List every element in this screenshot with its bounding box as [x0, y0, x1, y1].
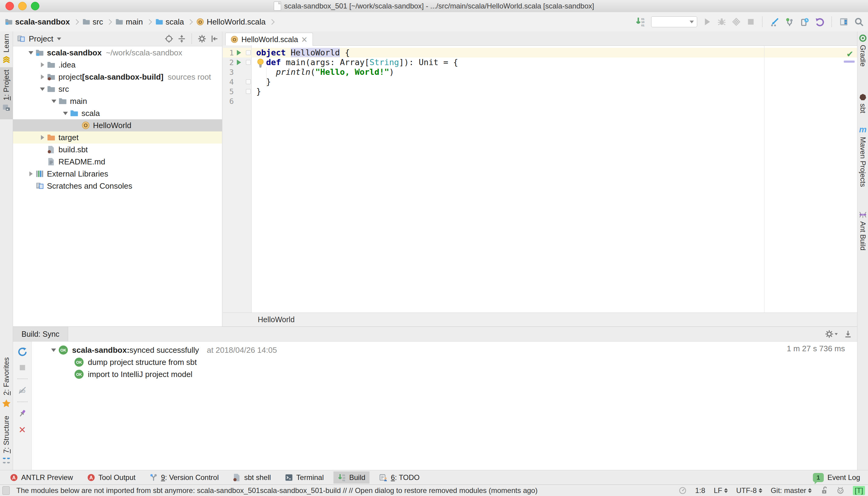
- hide-panel-down-icon[interactable]: [844, 330, 852, 338]
- gear-icon[interactable]: [198, 34, 206, 43]
- tree-expanded-icon[interactable]: [51, 99, 56, 103]
- project-structure-button[interactable]: [839, 17, 849, 27]
- tree-row-build-sbt[interactable]: build.sbt: [13, 143, 222, 156]
- breadcrumb-file[interactable]: HelloWorld.scala: [196, 17, 266, 27]
- run-configurations-select[interactable]: [651, 16, 697, 27]
- tree-collapsed-icon[interactable]: [41, 135, 44, 140]
- toolwindow-project-active[interactable]: 1: Project: [0, 67, 13, 119]
- close-icon[interactable]: ×: [301, 35, 308, 44]
- search-everywhere-icon[interactable]: [854, 17, 864, 27]
- vcs-commit-button[interactable]: [785, 17, 794, 27]
- encoding-select[interactable]: UTF-8: [736, 486, 762, 495]
- tree-expanded-icon[interactable]: [63, 112, 68, 115]
- fold-marker-icon[interactable]: [246, 60, 251, 65]
- hide-panel-icon[interactable]: [211, 34, 219, 43]
- tree-expanded-icon[interactable]: [51, 348, 56, 352]
- toolwindow-build[interactable]: Build: [334, 471, 370, 484]
- tree-row-external-libraries[interactable]: External Libraries: [13, 168, 222, 180]
- toolwindow-todo[interactable]: 6: TODO: [375, 471, 424, 484]
- tree-row-project-build[interactable]: project [scala-sandbox-build]sources roo…: [13, 71, 222, 83]
- tree-row-scratches[interactable]: Scratches and Consoles: [13, 180, 222, 192]
- tree-collapsed-icon[interactable]: [41, 75, 44, 79]
- minimize-window-button[interactable]: [18, 2, 27, 10]
- chevron-down-icon[interactable]: [57, 37, 61, 40]
- git-branch-select[interactable]: Git: master: [771, 486, 812, 495]
- sbt-icon[interactable]: [859, 93, 867, 101]
- event-log-button[interactable]: 1 Event Log: [813, 473, 868, 482]
- toolwindow-gradle[interactable]: Gradle: [858, 45, 867, 67]
- toolwindow-maven[interactable]: Maven Projects: [858, 137, 867, 187]
- run-arrow-icon[interactable]: [237, 60, 241, 65]
- toolwindow-sbt[interactable]: sbt: [858, 104, 867, 113]
- coverage-button[interactable]: [732, 17, 741, 26]
- inspections-ok-icon[interactable]: ✔: [847, 49, 853, 59]
- toolwindow-tool-output[interactable]: Tool Output: [83, 471, 140, 484]
- tree-row-target[interactable]: target: [13, 131, 222, 143]
- tree-row-main[interactable]: main: [13, 95, 222, 107]
- vcs-update-button[interactable]: [770, 17, 779, 27]
- close-window-button[interactable]: [5, 2, 14, 10]
- structure-icon[interactable]: [2, 457, 11, 465]
- run-arrow-icon[interactable]: [237, 50, 241, 56]
- maven-icon[interactable]: m: [859, 125, 867, 135]
- toolwindow-structure[interactable]: 7: Structure: [2, 416, 11, 453]
- tree-row-readme[interactable]: README.md: [13, 156, 222, 168]
- project-panel-title[interactable]: Project: [29, 34, 53, 44]
- toolwindow-ant[interactable]: Ant Build: [858, 221, 867, 250]
- code-editor[interactable]: 1 2 3 4 5 6 object HelloWorld { def main…: [223, 45, 857, 312]
- toolwindow-favorites[interactable]: 2: Favorites: [2, 357, 11, 395]
- filter-messages-icon[interactable]: [18, 386, 27, 395]
- run-button[interactable]: [703, 17, 712, 26]
- caret-position[interactable]: 1:8: [695, 486, 705, 495]
- unlock-icon[interactable]: [820, 486, 828, 495]
- memory-gauge-icon[interactable]: [679, 486, 686, 495]
- locate-file-icon[interactable]: [165, 34, 173, 43]
- fold-marker-icon[interactable]: [246, 79, 251, 84]
- gradle-icon[interactable]: [858, 34, 867, 42]
- zoom-window-button[interactable]: [31, 2, 40, 10]
- tree-collapsed-icon[interactable]: [29, 171, 33, 176]
- build-row-import[interactable]: OK import to IntelliJ project model: [32, 368, 857, 380]
- breadcrumb-src[interactable]: src: [82, 17, 103, 27]
- tree-expanded-icon[interactable]: [40, 88, 45, 91]
- code-text[interactable]: object HelloWorld { def main(args: Array…: [252, 45, 857, 312]
- pin-icon[interactable]: [18, 409, 27, 418]
- build-sync-tab[interactable]: Build: Sync: [13, 327, 68, 341]
- build-sync-icon[interactable]: [635, 17, 646, 27]
- toolwindow-sbt-shell[interactable]: sbt shell: [228, 471, 275, 484]
- tree-row-helloworld[interactable]: HelloWorld: [13, 119, 222, 131]
- tree-row-scala[interactable]: scala: [13, 107, 222, 119]
- tree-row-idea[interactable]: .idea: [13, 59, 222, 71]
- stop-button[interactable]: [746, 17, 755, 26]
- close-icon[interactable]: ✕: [18, 424, 26, 435]
- build-row-dump[interactable]: OK dump project structure from sbt: [32, 356, 857, 368]
- intention-bulb-icon[interactable]: [256, 58, 265, 68]
- debug-button[interactable]: [717, 17, 726, 26]
- ide-fatal-errors-icon[interactable]: [837, 486, 844, 495]
- tree-expanded-icon[interactable]: [29, 51, 33, 55]
- vcs-history-button[interactable]: [800, 17, 809, 27]
- fold-marker-icon[interactable]: [246, 50, 251, 55]
- tree-row-src[interactable]: src: [13, 83, 222, 95]
- breadcrumb-project[interactable]: scala-sandbox: [5, 17, 70, 27]
- stop-icon[interactable]: [18, 363, 27, 372]
- tab-helloworld-scala[interactable]: HelloWorld.scala ×: [225, 33, 313, 46]
- resync-icon[interactable]: [18, 347, 27, 357]
- toolwindow-learn[interactable]: Learn: [2, 34, 11, 52]
- fold-marker-icon[interactable]: [246, 89, 251, 94]
- toolwindow-version-control[interactable]: 9: Version Control: [145, 471, 223, 484]
- breadcrumb-scala[interactable]: scala: [155, 17, 184, 27]
- line-separator-select[interactable]: LF: [714, 486, 728, 495]
- ant-icon[interactable]: [858, 211, 867, 219]
- favorites-star-icon[interactable]: [2, 399, 11, 408]
- tree-row-scala-sandbox[interactable]: scala-sandbox~/work/scala-sandbox: [13, 47, 222, 59]
- toolwindow-terminal[interactable]: Terminal: [280, 471, 328, 484]
- gear-icon[interactable]: [825, 330, 838, 338]
- collapse-all-icon[interactable]: [177, 34, 186, 43]
- toolwindow-antlr-preview[interactable]: ANTLR Preview: [5, 471, 77, 484]
- build-row-root[interactable]: OK scala-sandbox: synced successfully at…: [32, 344, 857, 356]
- vcs-rollback-button[interactable]: [815, 17, 825, 27]
- tree-collapsed-icon[interactable]: [41, 62, 44, 67]
- learn-icon[interactable]: [2, 56, 11, 64]
- status-message[interactable]: The modules below are not imported from …: [16, 486, 538, 495]
